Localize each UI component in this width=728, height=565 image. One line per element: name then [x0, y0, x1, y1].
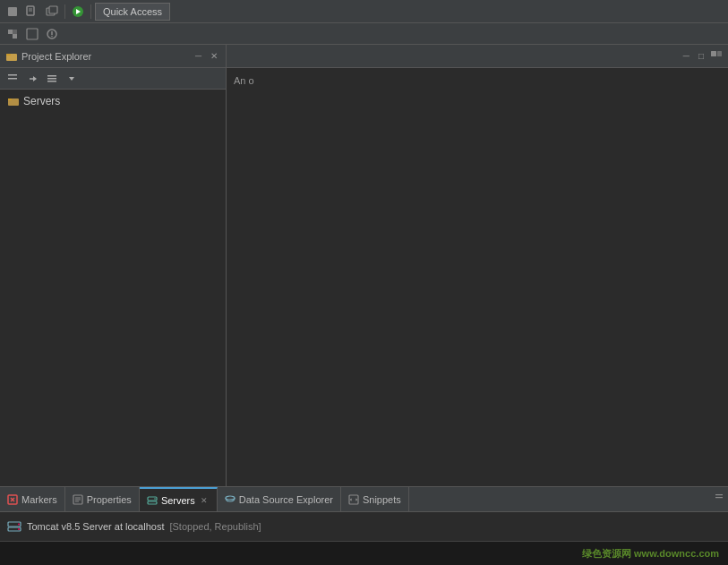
toolbar-icon-1[interactable] — [4, 3, 21, 21]
bottom-tab-bar: Markers Properties Servers ✕ — [0, 487, 728, 512]
tree-item-servers[interactable]: Servers — [0, 93, 226, 109]
svg-rect-11 — [27, 29, 38, 39]
main-area: Project Explorer ─ ✕ — [0, 45, 728, 486]
toolbar2-icon-2[interactable] — [23, 25, 41, 43]
svg-rect-27 — [717, 51, 722, 56]
right-panel-hint: An o — [234, 75, 254, 86]
tab-snippets[interactable]: Snippets — [341, 487, 409, 511]
svg-rect-16 — [6, 54, 11, 56]
link-with-editor-button[interactable] — [23, 70, 41, 88]
svg-point-44 — [18, 524, 20, 526]
right-panel-header: ─ □ — [227, 45, 728, 68]
project-explorer-panel: Project Explorer ─ ✕ — [0, 45, 227, 486]
tab-datasource-label: Data Source Explorer — [239, 494, 333, 505]
toolbar-icon-2[interactable] — [23, 3, 41, 21]
tab-snippets-label: Snippets — [363, 494, 401, 505]
tab-datasource[interactable]: Data Source Explorer — [218, 487, 341, 511]
panel-toolbar — [0, 68, 226, 90]
server-item-icon — [7, 519, 21, 534]
watermark-bar: 绿色资源网 www.downcc.com — [0, 541, 728, 565]
snippets-icon — [348, 494, 359, 505]
bottom-panel-menu[interactable] — [710, 487, 728, 505]
watermark-text: 绿色资源网 www.downcc.com — [582, 547, 719, 561]
tab-servers-close[interactable]: ✕ — [199, 496, 210, 505]
svg-rect-36 — [148, 501, 157, 504]
svg-rect-21 — [47, 78, 56, 80]
server-status: [Stopped, Republish] — [169, 521, 261, 532]
svg-rect-22 — [47, 81, 56, 82]
quick-access-button[interactable]: Quick Access — [95, 3, 170, 21]
properties-icon — [73, 494, 83, 505]
tree-item-servers-label: Servers — [23, 95, 60, 107]
svg-rect-20 — [47, 75, 56, 77]
right-panel-maximize[interactable]: □ — [696, 50, 707, 62]
svg-point-45 — [18, 528, 20, 530]
right-panel-minimize[interactable]: ─ — [681, 50, 692, 62]
svg-rect-26 — [711, 51, 716, 56]
svg-rect-25 — [8, 98, 12, 100]
right-panel-icon — [710, 50, 723, 63]
svg-rect-41 — [715, 497, 723, 498]
svg-marker-23 — [69, 77, 74, 81]
svg-point-37 — [154, 498, 156, 500]
panel-menu-dropdown[interactable] — [63, 70, 81, 88]
sep-2 — [90, 4, 91, 19]
svg-point-38 — [226, 496, 235, 500]
panel-folder-icon — [5, 50, 18, 63]
toolbar-icon-3[interactable] — [43, 3, 61, 21]
toolbar2-icon-3[interactable] — [43, 25, 61, 43]
svg-rect-17 — [8, 78, 17, 80]
datasource-icon — [225, 494, 236, 505]
bottom-tabs-area: Markers Properties Servers ✕ — [0, 486, 728, 541]
collapse-all-button[interactable] — [4, 70, 21, 88]
svg-rect-10 — [13, 30, 17, 34]
right-panel-content: An o — [227, 68, 728, 486]
panel-close-button[interactable]: ✕ — [208, 50, 220, 62]
panel-header: Project Explorer ─ ✕ — [0, 45, 226, 68]
sep-1 — [64, 4, 65, 19]
svg-rect-0 — [8, 7, 17, 16]
servers-folder-icon — [7, 95, 20, 107]
svg-point-14 — [51, 35, 53, 37]
servers-tab-icon — [147, 495, 158, 506]
svg-rect-40 — [715, 494, 723, 495]
second-toolbar — [0, 23, 728, 45]
svg-rect-18 — [8, 74, 17, 76]
tab-properties-label: Properties — [87, 494, 132, 505]
tab-properties[interactable]: Properties — [65, 487, 140, 511]
panel-minimize-button[interactable]: ─ — [193, 50, 204, 62]
svg-rect-5 — [49, 6, 57, 13]
tab-servers[interactable]: Servers ✕ — [140, 487, 218, 511]
svg-marker-19 — [33, 76, 37, 81]
servers-panel-content: Tomcat v8.5 Server at localhost [Stopped… — [0, 512, 728, 541]
tab-servers-label: Servers — [161, 495, 195, 506]
right-panel: ─ □ An o — [227, 45, 728, 486]
server-list-item[interactable]: Tomcat v8.5 Server at localhost [Stopped… — [27, 521, 261, 532]
tab-markers-label: Markers — [21, 494, 57, 505]
markers-icon — [7, 494, 18, 505]
toolbar2-icon-1[interactable] — [4, 25, 21, 43]
top-toolbar: Quick Access — [0, 0, 728, 23]
svg-rect-8 — [8, 30, 13, 34]
toolbar-icon-run[interactable] — [69, 3, 87, 21]
panel-title: Project Explorer — [21, 51, 189, 62]
view-menu-button[interactable] — [43, 70, 61, 88]
server-name: Tomcat v8.5 Server at localhost — [27, 521, 164, 532]
tab-markers[interactable]: Markers — [0, 487, 65, 511]
svg-rect-9 — [13, 34, 17, 39]
panel-content: Servers — [0, 90, 226, 486]
